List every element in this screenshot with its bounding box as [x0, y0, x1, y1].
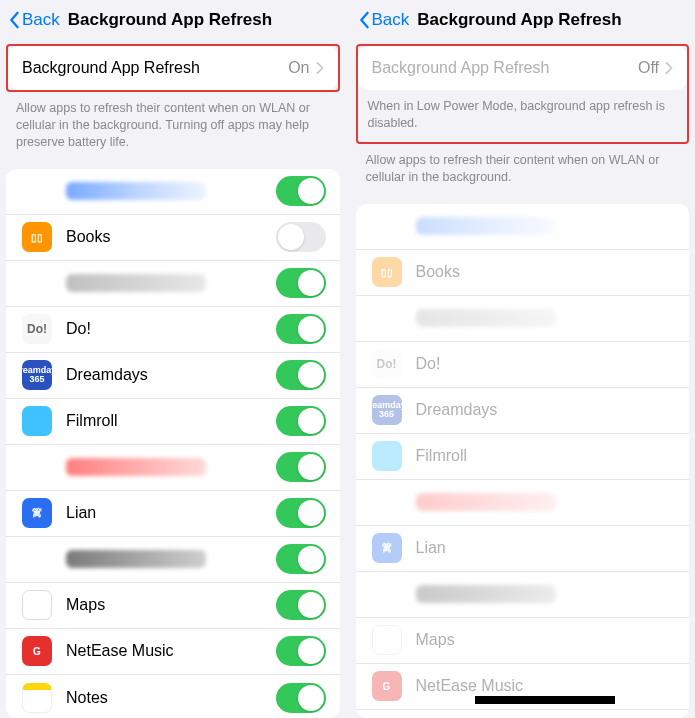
app-toggle[interactable] [276, 222, 326, 252]
app-label [66, 274, 262, 292]
toggle-knob [298, 592, 324, 618]
redaction-bar [475, 696, 615, 704]
app-icon [372, 579, 402, 609]
app-label [66, 182, 262, 200]
settings-panel-on: Back Background App Refresh Background A… [0, 0, 350, 718]
toggle-knob [298, 270, 324, 296]
app-toggle[interactable] [276, 590, 326, 620]
back-button[interactable]: Back [358, 10, 410, 30]
do-icon: Do! [372, 349, 402, 379]
setting-value: Off [638, 59, 659, 77]
books-icon: ▯▯ [22, 222, 52, 252]
app-label [416, 309, 676, 327]
app-toggle[interactable] [276, 268, 326, 298]
toggle-knob [298, 178, 324, 204]
app-label: Lian [66, 504, 262, 522]
netease-icon: G [372, 671, 402, 701]
chevron-right-icon [316, 62, 324, 74]
app-toggle[interactable] [276, 544, 326, 574]
app-row: Dreamdays 365Dreamdays [356, 388, 690, 434]
app-label [66, 550, 262, 568]
app-row: Maps [356, 618, 690, 664]
app-row [6, 445, 340, 491]
app-row: Do!Do! [356, 342, 690, 388]
app-label: Books [416, 263, 676, 281]
app-label: Maps [66, 596, 262, 614]
app-icon [372, 211, 402, 241]
app-row: GNetEase Music [6, 629, 340, 675]
redacted-app-name [416, 585, 556, 603]
app-row: Notes [6, 675, 340, 718]
app-label: Do! [416, 355, 676, 373]
app-icon [22, 544, 52, 574]
toggle-knob [298, 685, 324, 711]
back-button[interactable]: Back [8, 10, 60, 30]
background-refresh-setting-row[interactable]: Background App Refresh Off [358, 46, 688, 90]
app-toggle[interactable] [276, 636, 326, 666]
app-icon [22, 452, 52, 482]
redacted-app-name [66, 550, 206, 568]
app-toggle[interactable] [276, 683, 326, 713]
app-label: Maps [416, 631, 676, 649]
film-icon [22, 406, 52, 436]
back-label: Back [372, 10, 410, 30]
app-row [356, 572, 690, 618]
app-row: ▯▯Books [6, 215, 340, 261]
toggle-knob [298, 546, 324, 572]
dream-icon: Dreamdays 365 [22, 360, 52, 390]
do-icon: Do! [22, 314, 52, 344]
app-label: Dreamdays [66, 366, 262, 384]
netease-icon: G [22, 636, 52, 666]
app-row: ▯▯Books [356, 250, 690, 296]
app-label: Filmroll [416, 447, 676, 465]
app-label: Books [66, 228, 262, 246]
highlight-box: Background App Refresh Off When in Low P… [356, 44, 690, 144]
lian-icon: 篱 [372, 533, 402, 563]
app-row [356, 480, 690, 526]
toggle-knob [298, 316, 324, 342]
film-icon [372, 441, 402, 471]
nav-header: Back Background App Refresh [350, 0, 696, 44]
toggle-knob [298, 500, 324, 526]
app-toggle[interactable] [276, 452, 326, 482]
app-row: Do!Do! [6, 307, 340, 353]
redacted-app-name [66, 458, 206, 476]
app-label: NetEase Music [416, 677, 676, 695]
toggle-knob [298, 454, 324, 480]
app-row: Filmroll [356, 434, 690, 480]
app-row: Filmroll [6, 399, 340, 445]
app-label [66, 458, 262, 476]
setting-label: Background App Refresh [372, 59, 550, 77]
app-row [6, 169, 340, 215]
toggle-knob [298, 638, 324, 664]
app-label: Notes [66, 689, 262, 707]
lian-icon: 篱 [22, 498, 52, 528]
app-toggle[interactable] [276, 406, 326, 436]
background-refresh-setting-row[interactable]: Background App Refresh On [8, 46, 338, 90]
toggle-knob [298, 362, 324, 388]
setting-caption: Allow apps to refresh their content when… [350, 144, 696, 186]
app-toggle[interactable] [276, 498, 326, 528]
highlight-box: Background App Refresh On [6, 44, 340, 92]
app-icon [22, 176, 52, 206]
setting-label: Background App Refresh [22, 59, 200, 77]
chevron-left-icon [8, 11, 20, 29]
books-icon: ▯▯ [372, 257, 402, 287]
redacted-app-name [66, 274, 206, 292]
low-power-caption: When in Low Power Mode, background app r… [358, 90, 688, 142]
app-label [416, 217, 676, 235]
app-toggle[interactable] [276, 176, 326, 206]
app-label [416, 585, 676, 603]
setting-caption: Allow apps to refresh their content when… [0, 92, 346, 151]
app-toggle[interactable] [276, 314, 326, 344]
app-row [356, 204, 690, 250]
page-title: Background App Refresh [417, 10, 621, 30]
app-icon [372, 303, 402, 333]
app-row: Maps [6, 583, 340, 629]
app-label: Dreamdays [416, 401, 676, 419]
app-icon [372, 487, 402, 517]
chevron-left-icon [358, 11, 370, 29]
app-toggle[interactable] [276, 360, 326, 390]
app-row: 篱Lian [356, 526, 690, 572]
app-row: Notes [356, 710, 690, 719]
